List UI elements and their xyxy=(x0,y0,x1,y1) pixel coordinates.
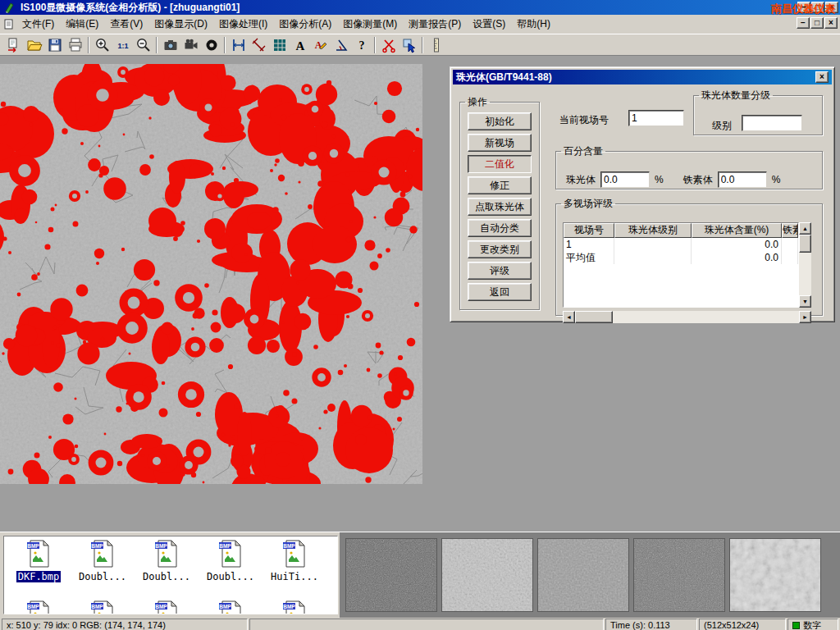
annotate-icon[interactable]: A xyxy=(310,35,331,54)
menu-item-7[interactable]: 图像测量(M) xyxy=(337,15,403,34)
caliper-icon[interactable] xyxy=(228,35,249,54)
op-button-6[interactable]: 自动分类 xyxy=(468,219,532,237)
op-button-9[interactable]: 返回 xyxy=(468,283,532,301)
image-dimensions-status: (512x512x24) xyxy=(699,619,786,630)
actual-size-icon[interactable]: 1:1 xyxy=(112,35,133,54)
menu-item-2[interactable]: 编辑(E) xyxy=(60,15,104,34)
table-vertical-scrollbar[interactable]: ▲ ▼ xyxy=(799,222,811,308)
thumbnail-5[interactable] xyxy=(729,538,821,612)
scroll-left-button[interactable]: ◄ xyxy=(563,311,575,323)
toolbar-separator-2 xyxy=(156,37,158,53)
mdi-restore-button[interactable]: □ xyxy=(810,17,824,29)
angle-icon[interactable] xyxy=(331,35,351,54)
table-horizontal-scrollbar[interactable]: ◄ ► xyxy=(563,311,811,323)
bmp-file-icon: BMP xyxy=(218,600,243,614)
measure-icon[interactable] xyxy=(249,35,269,54)
text-icon[interactable]: A xyxy=(290,35,310,54)
op-button-8[interactable]: 评级 xyxy=(468,262,532,280)
print-icon[interactable] xyxy=(65,35,85,54)
percent-field-input[interactable] xyxy=(600,171,650,188)
column-header-2[interactable]: 珠光体级别 xyxy=(614,223,692,238)
op-button-5[interactable]: 点取珠光体 xyxy=(468,198,532,216)
column-header-3[interactable]: 珠光体含量(%) xyxy=(692,223,782,238)
grade-input[interactable] xyxy=(742,115,802,131)
column-header-1[interactable]: 视场号 xyxy=(564,223,614,238)
current-field-input[interactable] xyxy=(628,110,684,126)
file-item-4[interactable]: BMP Doubl... xyxy=(199,540,262,582)
file-item-1[interactable]: BMP DKF.bmp xyxy=(7,540,71,582)
op-button-7[interactable]: 更改类别 xyxy=(468,240,532,258)
file-list[interactable]: BMP DKF.bmp BMP Doubl... BMP Doubl... BM… xyxy=(3,536,338,614)
file-item-clipped-2[interactable]: BMP xyxy=(71,600,135,614)
grade-group: 珠光体数量分级 级别 xyxy=(693,89,823,135)
menu-item-4[interactable]: 图像显示(D) xyxy=(148,15,213,34)
menu-item-6[interactable]: 图像分析(A) xyxy=(273,15,337,34)
file-item-clipped-4[interactable]: BMP xyxy=(199,600,262,614)
file-label: HuiTi... xyxy=(269,571,320,582)
op-button-2[interactable]: 新视场 xyxy=(468,134,532,152)
dialog-titlebar[interactable]: 珠光体(GB/T9441-88) × xyxy=(453,70,832,84)
svg-text:?: ? xyxy=(358,39,364,52)
dialog-body: 操作 初始化新视场二值化修正点取珠光体自动分类更改类别评级返回 当前视场号 珠光… xyxy=(453,84,832,321)
scroll-down-button[interactable]: ▼ xyxy=(799,295,811,308)
scroll-up-button[interactable]: ▲ xyxy=(799,222,811,235)
menu-item-3[interactable]: 查看(V) xyxy=(104,15,148,34)
thumbnail-3[interactable] xyxy=(537,538,629,612)
save-icon[interactable] xyxy=(44,35,65,54)
table-body: 10.0平均值0.0 xyxy=(564,238,798,264)
count-grid-icon[interactable] xyxy=(269,35,290,54)
file-item-clipped-5[interactable]: BMP xyxy=(262,600,326,614)
zoom-in-icon[interactable] xyxy=(92,35,112,54)
svg-text:BMP: BMP xyxy=(91,543,103,549)
menubar: 文件(F)编辑(E)查看(V)图像显示(D)图像处理(I)图像分析(A)图像测量… xyxy=(0,15,840,34)
table-row-2[interactable]: 平均值0.0 xyxy=(564,251,798,264)
thumbnail-2[interactable] xyxy=(441,538,533,612)
menu-item-10[interactable]: 帮助(H) xyxy=(511,15,556,34)
column-header-4[interactable]: 铁素体 xyxy=(782,223,798,238)
dialog-close-button[interactable]: × xyxy=(815,71,829,83)
percent-field-1: 珠光体% xyxy=(566,171,664,188)
menu-item-5[interactable]: 图像处理(I) xyxy=(213,15,273,34)
capture-icon[interactable] xyxy=(201,35,221,54)
op-button-1[interactable]: 初始化 xyxy=(468,112,532,130)
help-icon[interactable]: ? xyxy=(351,35,372,54)
status-spacer xyxy=(249,619,604,630)
svg-text:BMP: BMP xyxy=(27,604,39,609)
scroll-right-button[interactable]: ► xyxy=(799,311,811,323)
horizontal-scroll-thumb[interactable] xyxy=(575,311,613,323)
cut-icon[interactable] xyxy=(378,35,399,54)
thumbnail-1[interactable] xyxy=(345,538,437,612)
zoom-out-icon[interactable] xyxy=(133,35,153,54)
file-item-clipped-1[interactable]: BMP xyxy=(7,600,71,614)
vertical-scroll-thumb[interactable] xyxy=(799,235,811,253)
thumbnail-4[interactable] xyxy=(633,538,725,612)
video-camera-icon[interactable] xyxy=(180,35,201,54)
file-item-3[interactable]: BMP Doubl... xyxy=(135,540,199,582)
percent-group-legend: 百分含量 xyxy=(561,144,605,158)
svg-text:BMP: BMP xyxy=(219,604,231,609)
statusbar: x: 510 y: 79 idx: 0 RGB: (174, 174, 174)… xyxy=(0,618,840,630)
op-button-4[interactable]: 修正 xyxy=(468,176,532,194)
op-button-3[interactable]: 二值化 xyxy=(468,155,532,173)
percent-field-input[interactable] xyxy=(718,171,767,188)
menu-item-8[interactable]: 测量报告(P) xyxy=(403,15,467,34)
percent-field-2: 铁素体% xyxy=(683,171,781,188)
camera-icon[interactable] xyxy=(160,35,180,54)
menu-items: 文件(F)编辑(E)查看(V)图像显示(D)图像处理(I)图像分析(A)图像测量… xyxy=(16,15,556,34)
file-item-clipped-3[interactable]: BMP xyxy=(135,600,199,614)
file-item-2[interactable]: BMP Doubl... xyxy=(71,540,135,582)
mdi-close-button[interactable]: × xyxy=(824,17,838,29)
rating-table[interactable]: 视场号珠光体级别珠光体含量(%)铁素体 10.0平均值0.0 xyxy=(563,222,799,308)
mdi-minimize-button[interactable]: − xyxy=(797,17,810,29)
menu-item-9[interactable]: 设置(S) xyxy=(467,15,511,34)
table-row-1[interactable]: 10.0 xyxy=(564,238,798,251)
menu-item-1[interactable]: 文件(F) xyxy=(16,15,60,34)
open-folder-icon[interactable] xyxy=(24,35,44,54)
file-item-5[interactable]: BMP HuiTi... xyxy=(262,540,326,582)
pointer-grid-icon[interactable] xyxy=(399,35,419,54)
acquire-icon[interactable] xyxy=(3,35,24,54)
table-cell xyxy=(782,238,798,251)
metallograph-image[interactable] xyxy=(0,64,422,484)
current-field-label: 当前视场号 xyxy=(559,113,609,127)
ruler-icon[interactable] xyxy=(426,35,446,54)
